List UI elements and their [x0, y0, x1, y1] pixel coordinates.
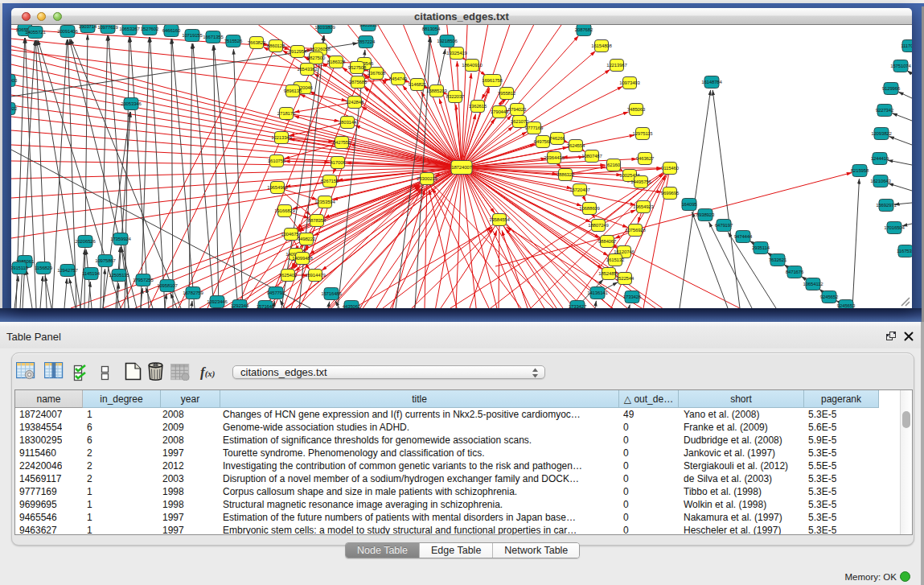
svg-text:164095: 164095 — [681, 202, 697, 207]
svg-text:1145194: 1145194 — [82, 271, 101, 276]
svg-text:19166829: 19166829 — [274, 208, 295, 213]
svg-text:15226058: 15226058 — [310, 47, 331, 51]
svg-text:10653267: 10653267 — [119, 27, 140, 31]
svg-text:2803144: 2803144 — [339, 120, 357, 125]
svg-text:8471676: 8471676 — [786, 270, 804, 274]
svg-text:16543362: 16543362 — [297, 67, 318, 72]
svg-text:9777169: 9777169 — [525, 126, 544, 130]
svg-text:2087682: 2087682 — [575, 27, 593, 32]
svg-text:12942757: 12942757 — [57, 268, 78, 273]
svg-text:3875685: 3875685 — [349, 80, 368, 84]
svg-text:12093822: 12093822 — [871, 131, 892, 136]
svg-text:12975115: 12975115 — [632, 131, 653, 136]
svg-text:18724007: 18724007 — [451, 165, 472, 170]
svg-text:1527602: 1527602 — [141, 27, 159, 31]
svg-text:14136141: 14136141 — [587, 290, 608, 295]
svg-text:8860128: 8860128 — [267, 43, 285, 48]
svg-text:1167533: 1167533 — [897, 249, 912, 253]
svg-text:2367608: 2367608 — [368, 71, 386, 76]
svg-text:1571648: 1571648 — [257, 304, 275, 308]
svg-text:16148784: 16148784 — [701, 80, 722, 84]
svg-text:9227342: 9227342 — [876, 108, 894, 113]
svg-text:2522544: 2522544 — [616, 276, 634, 281]
svg-text:8427552: 8427552 — [333, 140, 351, 145]
svg-text:9457791: 9457791 — [267, 290, 285, 295]
svg-text:12213349: 12213349 — [271, 135, 292, 140]
svg-text:12505135: 12505135 — [109, 273, 129, 278]
svg-text:15692971: 15692971 — [876, 203, 897, 208]
svg-text:10654112: 10654112 — [803, 282, 823, 286]
svg-text:4435062: 4435062 — [343, 304, 361, 308]
svg-text:9242848: 9242848 — [346, 100, 364, 105]
svg-text:7886322: 7886322 — [556, 172, 575, 177]
svg-text:10923446: 10923446 — [207, 299, 228, 304]
svg-text:16210643: 16210643 — [870, 179, 891, 183]
svg-text:20091406: 20091406 — [57, 29, 78, 34]
svg-text:18807249: 18807249 — [588, 223, 609, 228]
svg-text:15720407: 15720407 — [569, 187, 590, 192]
svg-text:17016504: 17016504 — [884, 225, 905, 230]
svg-text:7663822: 7663822 — [248, 40, 266, 45]
svg-text:1362615: 1362615 — [469, 104, 487, 109]
svg-text:9884067: 9884067 — [598, 239, 617, 244]
svg-text:8813054: 8813054 — [422, 27, 441, 31]
svg-text:8878354: 8878354 — [308, 218, 326, 223]
svg-text:20206526: 20206526 — [75, 239, 96, 244]
svg-text:16914479: 16914479 — [305, 273, 326, 278]
svg-text:7625402: 7625402 — [279, 273, 298, 278]
svg-text:9498222: 9498222 — [298, 237, 316, 241]
svg-text:18640910: 18640910 — [462, 63, 483, 68]
svg-text:20364436: 20364436 — [544, 155, 565, 160]
svg-text:19654923: 19654923 — [633, 204, 654, 209]
svg-text:417006: 417006 — [330, 160, 346, 165]
svg-text:1244419: 1244419 — [871, 156, 889, 161]
svg-text:10719155: 10719155 — [182, 33, 203, 38]
svg-text:15716485: 15716485 — [321, 291, 342, 296]
svg-text:7485063: 7485063 — [627, 107, 646, 112]
svg-text:1733426: 1733426 — [623, 295, 642, 299]
svg-text:2935114: 2935114 — [752, 245, 770, 250]
svg-text:2471003: 2471003 — [11, 78, 18, 83]
svg-text:8215958: 8215958 — [851, 168, 869, 173]
svg-text:1156829: 1156829 — [35, 266, 53, 270]
svg-text:14495756: 14495756 — [630, 179, 651, 184]
svg-text:8912954: 8912954 — [289, 49, 307, 54]
svg-text:1117074: 1117074 — [901, 43, 912, 48]
svg-text:15885203: 15885203 — [426, 89, 447, 93]
svg-text:1733427: 1733427 — [569, 304, 587, 308]
svg-text:17359924: 17359924 — [110, 237, 131, 241]
svg-text:17957255: 17957255 — [133, 278, 154, 282]
svg-text:12353594: 12353594 — [314, 200, 335, 204]
svg-text:7515526: 7515526 — [224, 39, 243, 43]
svg-text:8938923: 8938923 — [696, 212, 715, 217]
svg-text:9463627: 9463627 — [636, 156, 655, 161]
svg-text:3624554: 3624554 — [567, 143, 585, 148]
svg-text:8267150: 8267150 — [321, 179, 339, 183]
svg-text:7955812: 7955812 — [498, 91, 516, 96]
svg-text:1903714: 1903714 — [79, 25, 97, 29]
svg-text:16671355: 16671355 — [203, 35, 224, 39]
svg-text:9896135: 9896135 — [284, 89, 302, 93]
svg-text:9129966: 9129966 — [882, 86, 901, 91]
svg-text:62160: 62160 — [607, 163, 621, 167]
svg-text:9827500: 9827500 — [307, 56, 326, 60]
svg-text:15751074: 15751074 — [890, 64, 911, 68]
svg-text:9527508: 9527508 — [348, 65, 367, 70]
svg-text:16961758: 16961758 — [482, 78, 503, 83]
svg-text:13584554: 13584554 — [489, 217, 510, 222]
svg-text:10756928: 10756928 — [625, 228, 646, 233]
svg-text:14055721: 14055721 — [25, 30, 46, 35]
svg-text:16154808: 16154808 — [591, 43, 612, 48]
svg-text:9115460: 9115460 — [661, 166, 680, 171]
svg-text:1508922: 1508922 — [11, 106, 18, 111]
svg-text:25300215: 25300215 — [417, 176, 437, 181]
svg-text:6794023: 6794023 — [508, 107, 527, 112]
svg-text:7632621: 7632621 — [769, 257, 787, 262]
svg-text:3915119: 3915119 — [11, 266, 29, 270]
svg-text:19654963: 19654963 — [267, 185, 288, 190]
svg-text:10975867: 10975867 — [95, 258, 116, 263]
svg-text:746266: 746266 — [549, 136, 565, 141]
svg-text:9474444: 9474444 — [734, 234, 753, 239]
svg-text:10958107: 10958107 — [157, 283, 178, 288]
svg-text:8186328: 8186328 — [327, 60, 346, 64]
